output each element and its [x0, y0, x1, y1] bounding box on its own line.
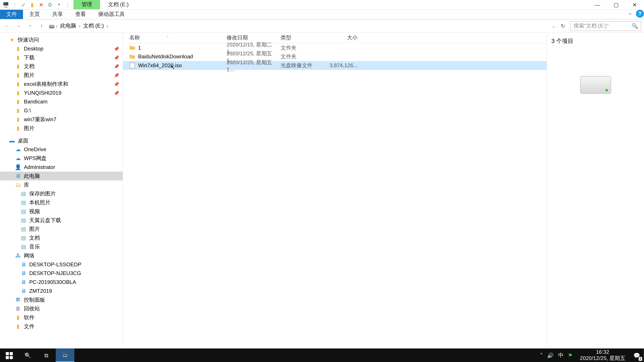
nav-quick-access-item[interactable]: ▮YUNQISHI2019📌 [0, 88, 122, 97]
nav-onedrive[interactable]: ☁ OneDrive [0, 145, 122, 154]
breadcrumb-location[interactable]: 文档 (E:) [82, 22, 106, 30]
library-item-icon: ▤ [20, 217, 26, 223]
help-icon[interactable]: ? [636, 10, 644, 17]
nav-quick-access[interactable]: ★ 快速访问 [0, 35, 122, 44]
nav-network-item[interactable]: 🖥DESKTOP-LSSOEDP [0, 260, 122, 269]
contextual-tab-manage[interactable]: 管理 [74, 0, 100, 9]
nav-up-button[interactable]: ↑ [37, 21, 46, 30]
nav-library-item[interactable]: ▤本机照片 [0, 198, 122, 207]
nav-quick-access-item[interactable]: ▮下载📌 [0, 53, 122, 62]
file-row[interactable]: Win7x64_2020.iso2020/12/25, 星期五 1...光盘映像… [123, 61, 546, 70]
nav-quick-access-item[interactable]: ▮Desktop📌 [0, 44, 122, 53]
ribbon-tab-home[interactable]: 主页 [23, 10, 46, 19]
chevron-right-icon[interactable]: › [78, 23, 81, 29]
system-tray[interactable]: ˄ 🔊 中 ⚑ 16:32 2020/12/25, 星期五 💬3 [540, 350, 644, 361]
qat-delete-icon[interactable]: ✕ [38, 1, 44, 8]
column-size[interactable]: 大小 [326, 34, 361, 41]
nav-library-item[interactable]: ▤保存的图片 [0, 189, 122, 198]
nav-quick-access-item[interactable]: ▮图片 [0, 124, 122, 133]
svg-rect-3 [6, 356, 9, 359]
taskbar-search-button[interactable]: 🔍 [18, 349, 37, 362]
taskbar-clock[interactable]: 16:32 2020/12/25, 星期五 [577, 350, 628, 361]
start-button[interactable] [0, 349, 18, 362]
nav-back-button[interactable]: ← [3, 21, 12, 30]
nav-this-pc[interactable]: 🖥 此电脑 [0, 172, 122, 180]
pin-icon: 📌 [114, 82, 119, 86]
desktop-icon: ▬ [9, 138, 15, 144]
nav-quick-access-item[interactable]: ▮win7重装win7 [0, 115, 122, 124]
nav-documents[interactable]: ▮ 文件 [0, 322, 122, 331]
ime-indicator[interactable]: 中 [558, 352, 564, 359]
volume-icon[interactable]: 🔊 [547, 352, 554, 359]
nav-label: 视频 [29, 208, 40, 215]
nav-quick-access-item[interactable]: ▮图片📌 [0, 71, 122, 80]
search-input[interactable]: 搜索"文档 (E:)" 🔍 [570, 21, 641, 31]
expand-ribbon-icon[interactable]: ⌄ [626, 10, 634, 19]
qat-settings-icon[interactable]: ⚙ [47, 1, 53, 8]
qat-dropdown-icon[interactable]: ▾ [56, 1, 62, 8]
nav-software[interactable]: ▮ 软件 [0, 313, 122, 322]
chevron-right-icon[interactable]: › [106, 23, 109, 29]
clock-time: 16:32 [580, 350, 626, 355]
breadcrumb[interactable]: 🖴 › 此电脑 › 文档 (E:) › [49, 22, 109, 30]
column-type[interactable]: 类型 [280, 34, 326, 41]
nav-network-item[interactable]: 🖥ZMT2019 [0, 287, 122, 296]
nav-library-item[interactable]: ▤音乐 [0, 242, 122, 251]
nav-control-panel[interactable]: 🛠 控制面板 [0, 296, 122, 304]
nav-recent-dropdown[interactable]: ▾ [26, 21, 34, 30]
close-button[interactable]: ✕ [626, 0, 644, 9]
nav-network-item[interactable]: 🖥DESKTOP-NJEU3CG [0, 269, 122, 278]
nav-quick-access-item[interactable]: ▮Bandicam [0, 97, 122, 106]
nav-library-item[interactable]: ▤视频 [0, 207, 122, 216]
nav-library-item[interactable]: ▤图片 [0, 225, 122, 234]
nav-quick-access-item[interactable]: ▮excel表格制作求和📌 [0, 80, 122, 88]
action-center-button[interactable]: 💬3 [632, 351, 641, 360]
maximize-button[interactable]: ▢ [607, 0, 626, 9]
svg-rect-2 [10, 352, 13, 355]
title-contextual-tabs: 管理 文档 (E:) [74, 0, 136, 9]
nav-label: DESKTOP-NJEU3CG [29, 270, 81, 276]
preview-item-count: 3 个项目 [552, 37, 640, 45]
file-list[interactable]: 名称 ˄ 修改日期 类型 大小 12020/12/15, 星期二 1...文件夹… [123, 33, 546, 352]
ribbon-tab-view[interactable]: 查看 [69, 10, 92, 19]
nav-desktop[interactable]: ▬ 桌面 [0, 136, 122, 145]
nav-network-item[interactable]: 🖥PC-20190530OBLA [0, 278, 122, 287]
search-icon[interactable]: 🔍 [632, 23, 638, 29]
ribbon-tab-share[interactable]: 共享 [46, 10, 69, 19]
taskbar-explorer-button[interactable]: 🗂 [56, 349, 74, 362]
task-view-button[interactable]: ⧉ [37, 349, 56, 362]
address-dropdown-icon[interactable]: ⌄ [552, 24, 556, 28]
nav-administrator[interactable]: 👤 Administrator [0, 163, 122, 172]
nav-network[interactable]: 🖧 网络 [0, 251, 122, 260]
chevron-right-icon[interactable]: › [55, 23, 58, 29]
minimize-button[interactable]: — [588, 0, 607, 9]
security-icon[interactable]: ⚑ [568, 352, 573, 359]
file-row[interactable]: 12020/12/15, 星期二 1...文件夹 [123, 43, 546, 52]
app-icon: 🖥️ [3, 1, 9, 8]
qat-properties-icon[interactable]: ✓ [20, 1, 26, 8]
taskbar[interactable]: 🔍 ⧉ 🗂 ˄ 🔊 中 ⚑ 16:32 2020/12/25, 星期五 💬3 [0, 349, 644, 362]
nav-recycle-bin[interactable]: 🗑 回收站 [0, 304, 122, 313]
ribbon-tab-drive-tools[interactable]: 驱动器工具 [92, 10, 131, 19]
qat-new-folder-icon[interactable]: ▮ [29, 1, 36, 8]
nav-libraries[interactable]: 🗂 库 [0, 180, 122, 189]
nav-quick-access-item[interactable]: ▮文档📌 [0, 62, 122, 71]
svg-rect-4 [10, 356, 13, 359]
nav-library-item[interactable]: ▤天翼云盘下载 [0, 216, 122, 225]
nav-label: 控制面板 [24, 296, 45, 304]
navigation-pane[interactable]: ★ 快速访问 ▮Desktop📌▮下载📌▮文档📌▮图片📌▮excel表格制作求和… [0, 33, 123, 352]
nav-quick-access-item[interactable]: ▮G:\ [0, 106, 122, 115]
column-date[interactable]: 修改日期 [226, 34, 280, 41]
library-item-icon: ▤ [20, 244, 26, 250]
column-headers[interactable]: 名称 ˄ 修改日期 类型 大小 [123, 33, 546, 43]
refresh-button[interactable]: ↻ [558, 23, 568, 29]
tray-overflow-icon[interactable]: ˄ [540, 352, 543, 359]
nav-wps[interactable]: ☁ WPS网盘 [0, 154, 122, 163]
network-icon: 🖧 [15, 253, 21, 259]
column-name[interactable]: 名称 ˄ [129, 34, 227, 41]
breadcrumb-this-pc[interactable]: 此电脑 [58, 22, 78, 30]
folder-icon: ▮ [15, 116, 21, 122]
ribbon-tab-file[interactable]: 文件 [0, 10, 23, 19]
file-row[interactable]: BaiduNetdiskDownload2020/12/25, 星期五 1...… [123, 52, 546, 61]
nav-library-item[interactable]: ▤文档 [0, 233, 122, 242]
